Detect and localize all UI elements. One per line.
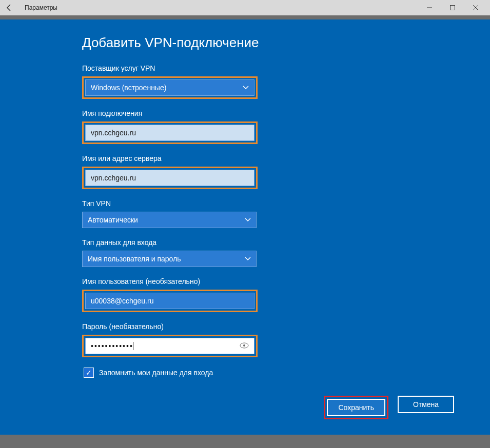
field-username: Имя пользователя (необязательно) u00038@… <box>82 277 490 312</box>
remember-row: ✓ Запомнить мои данные для входа <box>84 368 490 378</box>
chevron-down-icon <box>245 217 251 223</box>
reveal-password-icon[interactable] <box>240 342 249 350</box>
chevron-down-icon <box>243 85 249 91</box>
signin-type-value: Имя пользователя и пароль <box>88 255 181 263</box>
text-cursor <box>133 342 133 350</box>
vpn-type-dropdown[interactable]: Автоматически <box>82 212 257 228</box>
svg-rect-1 <box>450 6 455 10</box>
conn-name-input[interactable]: vpn.cchgeu.ru <box>85 125 254 141</box>
save-label: Сохранить <box>338 403 374 412</box>
label-password: Пароль (необязательно) <box>82 322 490 331</box>
conn-name-value: vpn.cchgeu.ru <box>91 129 136 137</box>
vpn-type-value: Автоматически <box>88 216 138 224</box>
dialog-buttons: Сохранить Отмена <box>324 396 454 419</box>
highlight-red-box: Сохранить <box>324 396 388 419</box>
label-username: Имя пользователя (необязательно) <box>82 277 490 286</box>
remember-label: Запомнить мои данные для входа <box>99 369 213 377</box>
checkmark-icon: ✓ <box>86 369 92 377</box>
chevron-down-icon <box>245 256 251 262</box>
gray-band <box>0 15 490 19</box>
password-masked: •••••••••••• <box>91 342 133 350</box>
close-button[interactable] <box>464 0 487 15</box>
username-input[interactable]: u00038@cchgeu.ru <box>85 293 254 309</box>
svg-point-3 <box>243 344 245 347</box>
label-vpn-type: Тип VPN <box>82 199 490 208</box>
vpn-dialog: Добавить VPN-подключение Поставщик услуг… <box>0 19 490 435</box>
minimize-icon <box>427 5 432 10</box>
provider-dropdown[interactable]: Windows (встроенные) <box>85 79 254 96</box>
gray-band-bottom <box>0 435 490 448</box>
highlight-box: Windows (встроенные) <box>82 76 258 99</box>
close-icon <box>473 5 478 10</box>
server-input[interactable]: vpn.cchgeu.ru <box>85 170 254 186</box>
arrow-left-icon <box>5 4 13 12</box>
cancel-button[interactable]: Отмена <box>398 396 454 413</box>
highlight-box: u00038@cchgeu.ru <box>82 290 258 312</box>
field-vpn-type: Тип VPN Автоматически <box>82 199 490 228</box>
highlight-box: •••••••••••• <box>82 335 258 357</box>
back-button[interactable] <box>3 2 15 14</box>
signin-type-dropdown[interactable]: Имя пользователя и пароль <box>82 251 257 267</box>
label-provider: Поставщик услуг VPN <box>82 64 490 72</box>
server-value: vpn.cchgeu.ru <box>91 174 136 182</box>
username-value: u00038@cchgeu.ru <box>91 297 153 305</box>
maximize-button[interactable] <box>441 0 464 15</box>
title-bar: Параметры <box>0 0 490 15</box>
field-signin-type: Тип данных для входа Имя пользователя и … <box>82 238 490 267</box>
save-button[interactable]: Сохранить <box>327 399 385 416</box>
maximize-icon <box>450 5 455 10</box>
highlight-box: vpn.cchgeu.ru <box>82 121 258 144</box>
minimize-button[interactable] <box>418 0 441 15</box>
label-conn-name: Имя подключения <box>82 109 490 117</box>
field-conn-name: Имя подключения vpn.cchgeu.ru <box>82 109 490 144</box>
cancel-label: Отмена <box>413 400 439 409</box>
label-server: Имя или адрес сервера <box>82 154 490 162</box>
password-input[interactable]: •••••••••••• <box>85 338 254 354</box>
window-title: Параметры <box>25 4 57 11</box>
highlight-box: vpn.cchgeu.ru <box>82 167 258 189</box>
field-server: Имя или адрес сервера vpn.cchgeu.ru <box>82 154 490 189</box>
dialog-heading: Добавить VPN-подключение <box>82 35 490 51</box>
field-password: Пароль (необязательно) •••••••••••• <box>82 322 490 357</box>
remember-checkbox[interactable]: ✓ <box>84 368 94 378</box>
provider-value: Windows (встроенные) <box>91 84 166 92</box>
label-signin-type: Тип данных для входа <box>82 238 490 247</box>
field-provider: Поставщик услуг VPN Windows (встроенные) <box>82 64 490 99</box>
